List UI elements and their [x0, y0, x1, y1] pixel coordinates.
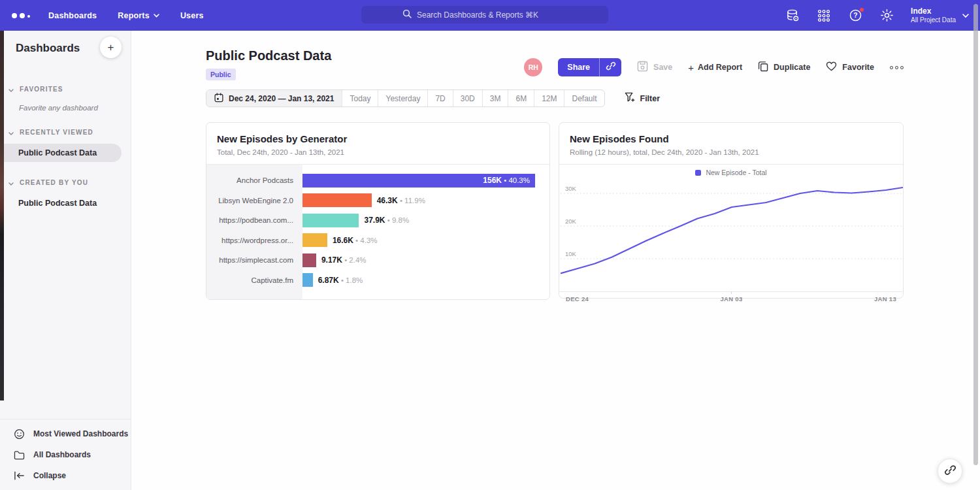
preset-today[interactable]: Today [342, 90, 378, 106]
bar-segment[interactable] [302, 253, 316, 267]
preset-yesterday[interactable]: Yesterday [378, 90, 427, 106]
gear-icon[interactable] [879, 8, 894, 23]
heart-icon [826, 61, 837, 74]
copy-link-button[interactable] [599, 58, 621, 76]
date-toolbar: Dec 24, 2020 — Jan 13, 2021 Today Yester… [206, 90, 660, 107]
share-button[interactable]: Share [558, 58, 621, 76]
sidebar-item-public-podcast-data[interactable]: Public Podcast Data [0, 194, 122, 212]
preset-12m[interactable]: 12M [534, 90, 564, 106]
y-axis-tick-label: 30K [565, 185, 576, 192]
preset-default[interactable]: Default [564, 90, 604, 106]
chevron-down-icon [8, 126, 14, 138]
all-dashboards-button[interactable]: All Dashboards [0, 444, 131, 465]
bar-row: Anchor Podcasts156K • 40.3% [206, 171, 549, 191]
plus-icon: + [688, 62, 694, 73]
bar-value-label: 156K • 40.3% [483, 176, 535, 185]
y-axis-tick-label: 10K [565, 250, 576, 257]
bar-segment[interactable] [302, 214, 359, 227]
data-management-icon[interactable] [785, 8, 800, 23]
preset-3m[interactable]: 3M [482, 90, 508, 106]
section-recently-viewed[interactable]: RECENTLY VIEWED [0, 126, 131, 138]
bar-segment[interactable]: 156K • 40.3% [302, 174, 535, 188]
mixpanel-logo-icon[interactable] [12, 13, 30, 18]
nav-item-users[interactable]: Users [180, 11, 204, 20]
bar-category-label: https://simplecast.com [206, 256, 302, 264]
save-button-label: Save [653, 63, 672, 72]
nav-item-reports[interactable]: Reports [118, 11, 159, 20]
bar-segment[interactable] [302, 193, 372, 207]
section-created-by-you[interactable]: CREATED BY YOU [0, 176, 131, 188]
collapse-sidebar-button[interactable]: Collapse [0, 465, 131, 486]
report-card-new-episodes-found[interactable]: New Episodes Found Rolling (12 hours), t… [559, 122, 904, 299]
filter-label: Filter [640, 94, 661, 103]
legend-swatch [695, 170, 701, 176]
bar-value-label: 6.87K • 1.8% [318, 276, 363, 285]
legend-label: New Episode - Total [706, 169, 766, 176]
section-label: FAVORITES [20, 86, 63, 93]
save-button[interactable]: Save [637, 61, 672, 74]
nav-item-dashboards[interactable]: Dashboards [48, 11, 97, 20]
search-icon [402, 9, 412, 21]
add-report-label: Add Report [698, 63, 742, 72]
bar-area: 37.9K • 9.8% [302, 214, 549, 227]
footer-item-label: Most Viewed Dashboards [33, 429, 128, 438]
bar-category-label: https://podbean.com... [206, 216, 302, 224]
x-axis-tick-label: JAN 13 [874, 295, 896, 302]
avatar[interactable]: RH [524, 58, 542, 76]
add-report-button[interactable]: + Add Report [688, 62, 742, 73]
axis-tick [731, 291, 732, 294]
project-subtitle: All Project Data [911, 16, 956, 24]
save-icon [637, 61, 648, 74]
date-segments: Dec 24, 2020 — Jan 13, 2021 Today Yester… [206, 90, 605, 107]
report-card-new-episodes-by-generator[interactable]: New Episodes by Generator Total, Dec 24t… [206, 122, 550, 300]
vertical-scrollbar[interactable] [973, 4, 978, 465]
favorite-label: Favorite [842, 63, 874, 72]
line-series [561, 188, 903, 274]
link-icon [606, 61, 616, 74]
chevron-down-icon [8, 176, 14, 188]
add-dashboard-button[interactable]: + [100, 37, 122, 58]
help-icon[interactable]: ? [848, 8, 862, 23]
project-selector[interactable]: Index All Project Data [911, 7, 968, 24]
calendar-icon [214, 93, 223, 105]
copy-page-link-button[interactable] [938, 459, 962, 483]
x-axis: DEC 24JAN 03JAN 13 [560, 291, 902, 306]
apps-grid-icon[interactable] [817, 8, 831, 23]
search-input[interactable] [417, 10, 567, 20]
nav-item-label: Users [180, 11, 204, 20]
bar-row: https://podbean.com...37.9K • 9.8% [206, 210, 549, 231]
duplicate-button[interactable]: Duplicate [758, 61, 810, 74]
public-badge: Public [206, 69, 236, 80]
bar-segment[interactable] [302, 273, 313, 287]
filter-button[interactable]: Filter [625, 92, 661, 105]
favorite-button[interactable]: Favorite [826, 61, 874, 74]
line-chart-plot[interactable]: 10K20K30K [561, 180, 902, 291]
date-range-picker[interactable]: Dec 24, 2020 — Jan 13, 2021 [206, 90, 342, 106]
section-favorites[interactable]: FAVORITES [0, 83, 131, 95]
search-bar[interactable] [361, 6, 608, 24]
folder-icon [14, 450, 25, 460]
bar-area: 16.6K • 4.3% [302, 233, 549, 247]
bar-row: Libsyn WebEngine 2.046.3K • 11.9% [206, 191, 549, 211]
x-axis-tick-label: JAN 03 [721, 295, 743, 302]
sidebar-item-public-podcast-data[interactable]: Public Podcast Data [0, 144, 122, 162]
bar-value-label: 9.17K • 2.4% [321, 255, 367, 265]
bar-value-label: 37.9K • 9.8% [364, 216, 409, 225]
y-axis-tick-label: 20K [565, 218, 576, 225]
preset-6m[interactable]: 6M [508, 90, 534, 106]
most-viewed-dashboards-button[interactable]: Most Viewed Dashboards [0, 423, 131, 444]
bar-area: 156K • 40.3% [302, 174, 549, 188]
bar-value-label: 16.6K • 4.3% [333, 236, 378, 245]
preset-7d[interactable]: 7D [427, 90, 452, 106]
bar-row: Captivate.fm6.87K • 1.8% [206, 270, 549, 291]
share-button-label[interactable]: Share [558, 58, 599, 76]
main-content: Public Podcast Data Public RH Share Save… [132, 31, 980, 490]
bar-category-label: Captivate.fm [206, 276, 302, 284]
more-options-button[interactable] [890, 66, 904, 69]
chart-legend: New Episode - Total [559, 165, 903, 180]
nav-item-label: Reports [118, 11, 150, 20]
chevron-down-icon [154, 14, 159, 18]
section-label: RECENTLY VIEWED [20, 129, 93, 136]
preset-30d[interactable]: 30D [453, 90, 482, 106]
bar-segment[interactable] [302, 233, 327, 247]
